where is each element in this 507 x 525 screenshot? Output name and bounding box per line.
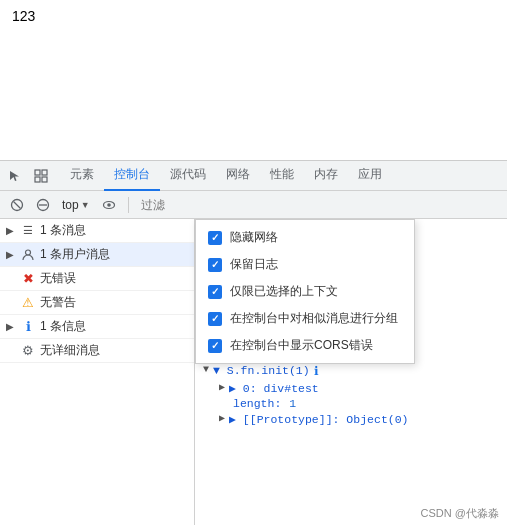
list-item[interactable]: ▶ ⚠ 无警告 [0,291,194,315]
tab-elements[interactable]: 元素 [60,161,104,191]
top-level-dropdown[interactable]: top ▼ [58,196,94,214]
checkbox-show-cors[interactable] [208,339,222,353]
devtools-tab-bar: 元素 控制台 源代码 网络 性能 内存 应用 [0,161,507,191]
clear-console-icon[interactable] [6,194,28,216]
list-item[interactable]: ▶ 1 条用户消息 [0,243,194,267]
tab-memory[interactable]: 内存 [304,161,348,191]
checkbox-selected-context[interactable] [208,285,222,299]
console-key: length: [233,397,281,410]
collapse-arrow-icon: ▼ [203,364,209,375]
filter-input[interactable] [137,195,501,215]
eye-icon[interactable] [98,194,120,216]
console-text: ▶ 0: div#test [229,381,319,395]
dropdown-arrow-icon: ▼ [81,200,90,210]
list-item[interactable]: ▶ ☰ 1 条消息 [0,219,194,243]
error-icon: ✖ [20,271,36,287]
expand-arrow-icon: ▶ [6,225,16,236]
info-icon: ℹ [20,319,36,335]
console-toolbar: top ▼ [0,191,507,219]
checkbox-hide-network[interactable] [208,231,222,245]
devtools-panel: 元素 控制台 源代码 网络 性能 内存 应用 top ▼ [0,160,507,525]
menu-item-selected-context[interactable]: 仅限已选择的上下文 [196,278,414,305]
menu-label-preserve-log: 保留日志 [230,256,278,273]
message-label: 1 条用户消息 [40,246,110,263]
console-text: ▼ S.fn.init(1) [213,364,310,377]
expand-arrow-icon: ▶ [6,249,16,260]
message-label: 无错误 [40,270,76,287]
tab-application[interactable]: 应用 [348,161,392,191]
svg-line-5 [14,201,21,208]
page-content: 123 [0,0,507,160]
gear-icon: ⚙ [20,343,36,359]
console-line: ▶ ▶ [[Prototype]]: Object(0) [219,411,499,427]
messages-panel: ▶ ☰ 1 条消息 ▶ 1 条用户消息 ▶ ✖ 无错误 [0,219,195,525]
user-message-icon [20,247,36,263]
expand-arrow-icon: ▶ [219,381,225,393]
checkbox-group-similar[interactable] [208,312,222,326]
checkbox-preserve-log[interactable] [208,258,222,272]
tab-performance[interactable]: 性能 [260,161,304,191]
block-icon[interactable] [32,194,54,216]
svg-rect-2 [35,177,40,182]
message-label: 1 条消息 [40,222,86,239]
svg-rect-3 [42,177,47,182]
devtools-main: ▶ ☰ 1 条消息 ▶ 1 条用户消息 ▶ ✖ 无错误 [0,219,507,525]
tab-console[interactable]: 控制台 [104,161,160,191]
toolbar-divider [128,197,129,213]
menu-label-show-cors: 在控制台中显示CORS错误 [230,337,373,354]
top-dropdown-label: top [62,198,79,212]
console-info-icon: ℹ [314,364,319,379]
settings-dropdown-menu: 隐藏网络 保留日志 仅限已选择的上下文 在控制台中对相似消息进行分组 [195,219,415,364]
tab-sources[interactable]: 源代码 [160,161,216,191]
watermark: CSDN @代淼淼 [421,506,499,521]
console-line: ▶ ▶ 0: div#test [219,380,499,396]
message-list-icon: ☰ [20,223,36,239]
svg-point-10 [26,250,31,255]
svg-rect-1 [42,170,47,175]
menu-item-preserve-log[interactable]: 保留日志 [196,251,414,278]
message-label: 无详细消息 [40,342,100,359]
console-line: length: 1 [219,396,499,411]
menu-label-group-similar: 在控制台中对相似消息进行分组 [230,310,398,327]
menu-item-hide-network[interactable]: 隐藏网络 [196,224,414,251]
console-line: ▼ ▼ S.fn.init(1) ℹ [203,363,499,380]
menu-item-group-similar[interactable]: 在控制台中对相似消息进行分组 [196,305,414,332]
page-number: 123 [12,8,35,24]
list-item[interactable]: ▶ ℹ 1 条信息 [0,315,194,339]
tab-network[interactable]: 网络 [216,161,260,191]
message-label: 1 条信息 [40,318,86,335]
right-panel: 隐藏网络 保留日志 仅限已选择的上下文 在控制台中对相似消息进行分组 [195,219,507,525]
console-value: 1 [289,397,296,410]
expand-arrow-icon: ▶ [6,321,16,332]
menu-label-selected-context: 仅限已选择的上下文 [230,283,338,300]
cursor-icon[interactable] [4,165,26,187]
inspect-icon[interactable] [30,165,52,187]
tab-icon-group [4,165,52,187]
warning-icon: ⚠ [20,295,36,311]
console-output: ▼ ▼ S.fn.init(1) ℹ ▶ ▶ 0: div#test lengt… [195,359,507,431]
svg-point-9 [107,203,111,207]
menu-label-hide-network: 隐藏网络 [230,229,278,246]
message-label: 无警告 [40,294,76,311]
list-item[interactable]: ▶ ✖ 无错误 [0,267,194,291]
expand-arrow-icon: ▶ [219,412,225,424]
console-text: ▶ [[Prototype]]: Object(0) [229,412,408,426]
svg-rect-0 [35,170,40,175]
menu-item-show-cors[interactable]: 在控制台中显示CORS错误 [196,332,414,359]
list-item[interactable]: ▶ ⚙ 无详细消息 [0,339,194,363]
